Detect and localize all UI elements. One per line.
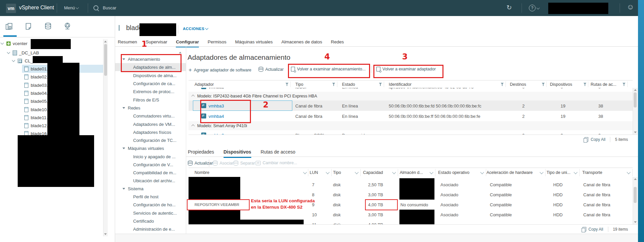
config-item-filtros-de-es[interactable]: Filtros de E/S [115, 96, 186, 104]
chevron-down-icon[interactable] [429, 170, 433, 174]
adapters-scrollbar[interactable] [633, 88, 638, 135]
scroll-up-arrow[interactable] [104, 41, 107, 42]
tree-item-vcenter[interactable]: vcenter [1, 39, 27, 47]
config-item-inicio-y-apagado[interactable]: Inicio y apagado de ... [115, 153, 186, 161]
scroll-up-arrow[interactable] [634, 89, 637, 91]
feedback-smiley-icon[interactable]: ☺ [627, 3, 634, 11]
scroll-down-arrow[interactable] [104, 233, 107, 235]
scroll-down-arrow[interactable] [634, 221, 637, 223]
copy-all-button[interactable]: Copy All [585, 137, 605, 142]
column-header-tipo-de-unidad[interactable]: Tipo de uni... [547, 170, 571, 175]
attach-button[interactable]: Asociar [213, 161, 234, 166]
scroll-down-arrow[interactable] [634, 132, 637, 133]
actions-button[interactable]: ACCIONES [183, 27, 208, 31]
vms-templates-icon[interactable] [24, 22, 33, 31]
detach-button[interactable]: Separar [234, 161, 255, 166]
column-header-tipo[interactable]: Tipo [333, 170, 341, 175]
chevron-down-icon[interactable] [355, 170, 358, 174]
filter-icon[interactable] [542, 83, 545, 86]
menu-button[interactable]: Menú [64, 5, 78, 10]
chevron-down-icon[interactable] [392, 170, 396, 174]
tree-item-host[interactable]: blade05. [24, 97, 48, 105]
hosts-clusters-icon[interactable] [5, 22, 14, 31]
search-icon[interactable] [93, 5, 98, 10]
tree-item-host[interactable]: blade04. [24, 89, 48, 97]
column-header-capacidad[interactable]: Capacidad [363, 170, 383, 175]
config-item-adaptadores-de-almacenamiento[interactable]: Adaptadores de alm... [115, 63, 186, 71]
chevron-down-icon[interactable] [480, 170, 484, 174]
column-header-nombre[interactable]: Nombre [195, 170, 209, 175]
scrollbar-thumb[interactable] [634, 92, 637, 107]
config-item-dispositivos-de-almacenamiento[interactable]: Dispositivos de alma... [115, 71, 186, 79]
tree-item-host[interactable]: blade01. [24, 65, 48, 73]
networking-icon[interactable] [63, 22, 72, 31]
column-header-lun[interactable]: LUN [310, 170, 318, 175]
config-item-configuracion-de-hora[interactable]: Configuración de ho... [115, 201, 186, 209]
adapter-name[interactable]: vmhba4 [209, 113, 224, 118]
config-item-administracion-de-energia[interactable]: Administración de e... [115, 225, 186, 233]
adapter-group-row[interactable]: Modelo: Smart Array P410i [189, 121, 633, 131]
config-item-perfil-de-host[interactable]: Perfil de host [115, 193, 186, 201]
config-item-conmutadores-virtuales[interactable]: Conmutadores virtu... [115, 112, 186, 120]
tree-item-datacenter[interactable]: _DC_LAB [7, 49, 39, 57]
tree-item-host[interactable]: blade03. [24, 81, 48, 89]
filter-icon[interactable] [583, 83, 587, 86]
search-input[interactable]: Buscar [103, 5, 116, 10]
rescan-storage-button[interactable]: Volver a examinar almacenamiento... [291, 67, 366, 71]
config-group-maquinas-virtuales[interactable]: Máquinas virtuales [115, 144, 186, 152]
config-item-configuracion-de-tcpip[interactable]: Configuración de TC... [115, 136, 186, 144]
tree-item-host[interactable]: blade02. [24, 73, 48, 81]
config-group-almacenamiento[interactable]: Almacenamiento [115, 55, 186, 63]
column-header-tipo[interactable]: Tipo [295, 82, 303, 87]
storage-icon[interactable] [44, 22, 52, 31]
refresh-adapters-button[interactable]: Actualizar [259, 67, 284, 72]
scrollbar-thumb[interactable] [634, 187, 637, 203]
chevron-down-icon[interactable] [540, 170, 543, 174]
devices-scrollbar[interactable] [633, 177, 638, 224]
config-item-adaptadores-de-vmkernel[interactable]: Adaptadores de VM... [115, 120, 186, 128]
chevron-down-icon[interactable] [326, 170, 329, 174]
filter-icon[interactable] [501, 83, 504, 86]
adapter-group-row[interactable]: Modelo: ISP2432-based 4Gb Fibre Channel … [189, 92, 633, 101]
config-item-adaptadores-fisicos[interactable]: Adaptadores físicos [115, 128, 186, 136]
config-item-certificado[interactable]: Certificado [115, 217, 186, 225]
filter-icon[interactable] [332, 83, 335, 86]
rename-button[interactable]: abCambiar nombre... [256, 161, 297, 165]
rescan-adapter-button[interactable]: Volver a examinar adaptador [376, 67, 436, 71]
config-item-ubicacion-del-archivo[interactable]: Ubicación del archiv... [115, 177, 186, 185]
column-header-aceleracion[interactable]: Aceleración de hardware [487, 170, 533, 175]
adapter-row-vmhba2[interactable]: vmhba2 Bloquear SCSI Desconocido 0 0 0 [189, 130, 633, 135]
chevron-down-icon[interactable] [303, 170, 307, 174]
tree-item-host[interactable]: blade10. [24, 105, 48, 113]
filter-icon[interactable] [379, 83, 382, 86]
config-item-configuracion-de-vm[interactable]: Configuración de V... [115, 161, 186, 169]
collapse-caret-icon[interactable] [192, 124, 195, 128]
chevron-down-icon[interactable] [12, 59, 15, 62]
config-item-extremos-de-protocolo[interactable]: Extremos de protoc... [115, 87, 186, 95]
config-item-servicios-de-autenticacion[interactable]: Servicios de autentic... [115, 209, 186, 217]
tree-item-host[interactable]: blade12. [24, 122, 48, 130]
add-software-adapter-button[interactable]: +Agregar adaptador de software [189, 67, 251, 73]
refresh-icon[interactable]: ↻ [507, 4, 512, 11]
tree-item-host[interactable]: blade11.i [24, 113, 49, 122]
config-group-sistema[interactable]: Sistema [115, 185, 186, 193]
column-header-rutas[interactable]: Rutas de ac... [591, 82, 616, 87]
adapter-row-vmhba3[interactable]: vmhba3 Canal de fibra En línea 50:06:0b:… [189, 100, 633, 111]
tree-scrollbar[interactable] [103, 39, 108, 236]
collapse-caret-icon[interactable] [192, 95, 195, 98]
help-icon[interactable]: ? [529, 5, 536, 11]
column-header-destinos[interactable]: Destinos [510, 82, 526, 87]
chevron-down-icon[interactable] [1, 41, 4, 45]
copy-all-button[interactable]: Copy All [583, 227, 603, 232]
column-header-identificador[interactable]: Identificador [389, 82, 411, 87]
adapter-row-vmhba4[interactable]: vmhba4 Canal de fibra En línea 50:06:0b:… [189, 111, 633, 122]
scrollbar-thumb[interactable] [104, 44, 107, 76]
chevron-down-icon[interactable] [627, 170, 630, 174]
column-header-estado[interactable]: Estado [342, 82, 355, 87]
chevron-down-icon[interactable] [574, 170, 577, 174]
adapter-name[interactable]: vmhba3 [209, 103, 224, 108]
column-header-transporte[interactable]: Transporte [582, 170, 602, 175]
chevron-down-icon[interactable] [7, 51, 10, 54]
config-group-redes[interactable]: Redes [115, 104, 186, 112]
config-scroll-up-arrow[interactable] [179, 52, 182, 53]
